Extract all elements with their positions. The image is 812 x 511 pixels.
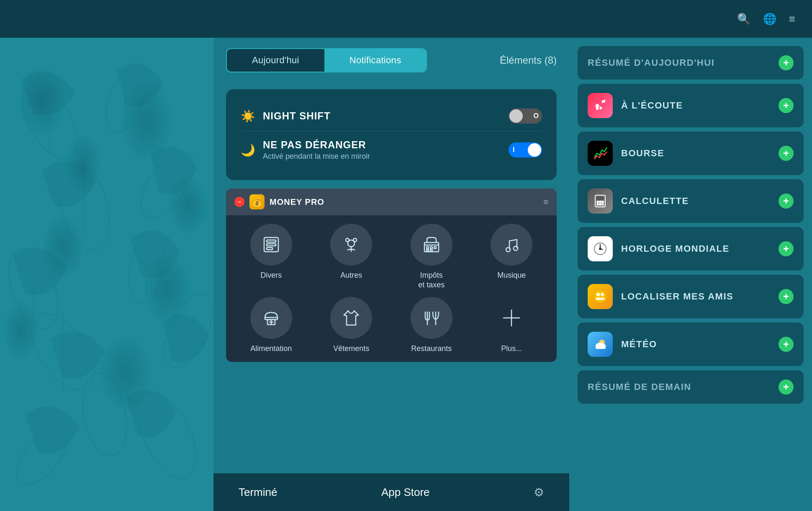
localiser-icon — [588, 284, 613, 309]
sun-icon: ☀️ — [241, 109, 255, 123]
widget-item-divers[interactable]: Divers — [234, 224, 308, 290]
dnd-row: 🌙 NE PAS DÉRANGER Activé pendant la mise… — [241, 132, 542, 168]
right-item-bourse[interactable]: BOURSE + — [578, 132, 804, 175]
widget-item-restaurants[interactable]: Restaurants — [395, 297, 468, 354]
svg-point-54 — [599, 248, 601, 250]
night-shift-toggle[interactable]: O — [509, 108, 542, 124]
music-icon — [588, 93, 613, 118]
right-item-meteo[interactable]: MÉTÉO + — [578, 323, 804, 366]
right-panel: RÉSUMÉ D'AUJOURD'HUI + À L'ÉCOUTE + — [569, 38, 812, 511]
resume-today-label: RÉSUMÉ D'AUJOURD'HUI — [588, 57, 770, 68]
svg-point-31 — [506, 248, 510, 252]
widget-label-vetements: Vêtements — [333, 344, 369, 354]
svg-rect-44 — [597, 197, 604, 200]
widget-label-impots: Impôtset taxes — [418, 271, 445, 290]
toggle-label-o: O — [534, 112, 539, 120]
add-resume-demain-button[interactable]: + — [779, 379, 794, 395]
tab-notifications[interactable]: Notifications — [324, 49, 427, 72]
add-a-lecoute-button[interactable]: + — [779, 98, 794, 113]
widget-title: MONEY PRO — [270, 197, 538, 207]
menu-icon[interactable]: ≡ — [789, 13, 795, 26]
widget-item-musique[interactable]: Musique — [475, 224, 549, 290]
svg-rect-18 — [267, 240, 276, 242]
svg-rect-29 — [427, 250, 429, 251]
svg-point-22 — [346, 238, 349, 242]
app-store-link[interactable]: App Store — [381, 486, 430, 499]
add-localiser-button[interactable]: + — [779, 289, 794, 304]
resume-demain-label: RÉSUMÉ DE DEMAIN — [588, 382, 770, 392]
right-item-horloge[interactable]: HORLOGE MONDIALE + — [578, 227, 804, 271]
dnd-title: NE PAS DÉRANGER — [263, 139, 509, 151]
svg-rect-20 — [267, 248, 272, 250]
widget-item-alimentation[interactable]: Alimentation — [234, 297, 308, 354]
svg-rect-28 — [434, 247, 436, 249]
widget-label-musique: Musique — [497, 271, 526, 280]
widget-item-impots[interactable]: Impôtset taxes — [395, 224, 468, 290]
widget-item-autres[interactable]: Autres — [315, 224, 388, 290]
svg-point-57 — [601, 293, 604, 296]
add-bourse-button[interactable]: + — [779, 146, 794, 161]
widget-menu-icon[interactable]: ≡ — [543, 197, 548, 207]
right-item-a-lecoute[interactable]: À L'ÉCOUTE + — [578, 84, 804, 127]
widget-icon-plus — [491, 297, 532, 339]
settings-card: ☀️ NIGHT SHIFT O 🌙 NE PAS DÉRANGER Activ… — [226, 89, 557, 180]
svg-rect-62 — [596, 346, 606, 349]
svg-rect-42 — [595, 106, 600, 106]
right-item-localiser[interactable]: LOCALISER MES AMIS + — [578, 275, 804, 318]
widget-icon-divers — [250, 224, 292, 266]
calculette-label: CALCULETTE — [621, 196, 770, 206]
widget-icon-impots — [411, 224, 452, 266]
right-item-calculette[interactable]: CALCULETTE + — [578, 179, 804, 223]
search-icon[interactable]: 🔍 — [737, 13, 750, 26]
svg-point-47 — [602, 201, 604, 203]
meteo-icon — [588, 332, 613, 357]
top-bar: 🔍 🌐 ≡ — [0, 0, 812, 38]
termine-button[interactable]: Terminé — [239, 486, 277, 499]
widget-item-vetements[interactable]: Vêtements — [315, 297, 388, 354]
toggle-knob-on — [528, 143, 541, 157]
right-item-resume-demain[interactable]: RÉSUMÉ DE DEMAIN + — [578, 370, 804, 404]
svg-point-46 — [599, 201, 601, 203]
widget-card: − 💰 MONEY PRO ≡ — [226, 188, 557, 362]
meteo-label: MÉTÉO — [621, 339, 770, 350]
center-content: Aujourd'hui Notifications Éléments (8) ☀… — [213, 38, 569, 511]
svg-point-45 — [597, 201, 599, 203]
localiser-label: LOCALISER MES AMIS — [621, 291, 770, 302]
widget-icon-vetements — [330, 297, 372, 339]
dnd-label: NE PAS DÉRANGER Activé pendant la mise e… — [263, 139, 509, 161]
add-resume-today-button[interactable]: + — [779, 55, 794, 70]
svg-point-49 — [599, 204, 601, 205]
widget-icon-restaurants — [411, 297, 452, 339]
svg-point-32 — [514, 246, 518, 250]
add-horloge-button[interactable]: + — [779, 241, 794, 256]
widget-label-restaurants: Restaurants — [411, 344, 452, 354]
leaf-decoration — [0, 38, 213, 511]
widget-icon-musique — [491, 224, 532, 266]
widget-label-divers: Divers — [260, 271, 282, 280]
horloge-icon — [588, 236, 613, 261]
globe-icon[interactable]: 🌐 — [763, 13, 776, 26]
tab-bar: Aujourd'hui Notifications Éléments (8) — [213, 38, 569, 81]
toggle-label-i: I — [513, 146, 514, 154]
tab-today[interactable]: Aujourd'hui — [227, 49, 324, 72]
moon-icon: 🌙 — [241, 143, 255, 157]
svg-point-48 — [597, 204, 599, 205]
add-calculette-button[interactable]: + — [779, 194, 794, 209]
widget-label-plus: Plus... — [501, 344, 522, 354]
night-shift-label: NIGHT SHIFT — [263, 110, 509, 122]
widget-app-icon: 💰 — [249, 194, 265, 209]
svg-point-50 — [602, 204, 604, 205]
add-meteo-button[interactable]: + — [779, 337, 794, 352]
svg-point-55 — [594, 291, 606, 302]
widget-item-plus[interactable]: Plus... — [475, 297, 549, 354]
svg-rect-30 — [430, 250, 432, 251]
widget-label-autres: Autres — [340, 271, 362, 280]
widget-close-button[interactable]: − — [234, 197, 244, 207]
dnd-toggle[interactable]: I — [509, 142, 542, 157]
settings-gear-icon[interactable]: ⚙ — [534, 485, 544, 499]
horloge-label: HORLOGE MONDIALE — [621, 243, 770, 254]
a-lecoute-label: À L'ÉCOUTE — [621, 100, 770, 111]
right-item-resume-today[interactable]: RÉSUMÉ D'AUJOURD'HUI + — [578, 46, 804, 80]
svg-rect-27 — [430, 247, 432, 249]
tab-group: Aujourd'hui Notifications — [226, 48, 427, 72]
